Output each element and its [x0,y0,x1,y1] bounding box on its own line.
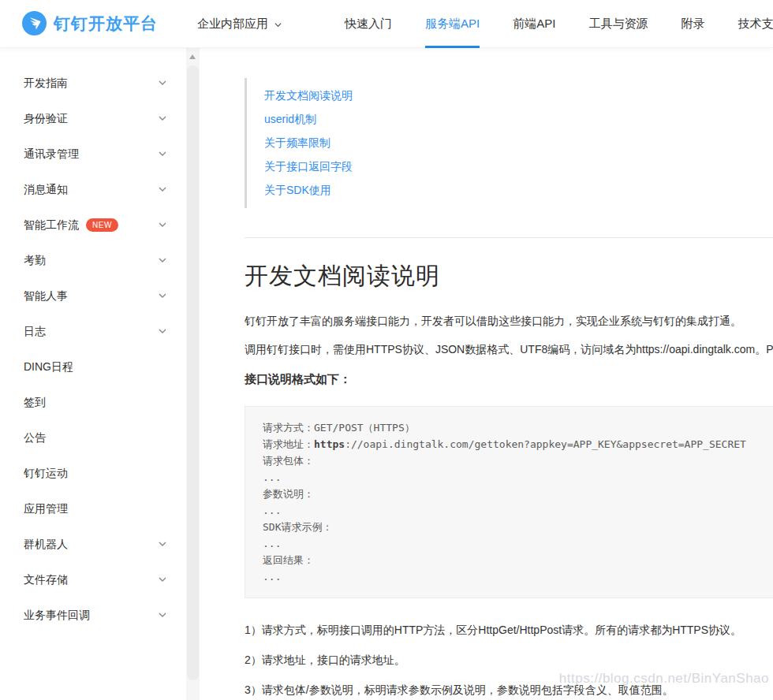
sidebar-item-label: 日志 [24,325,46,339]
toc-link-4[interactable]: 关于SDK使用 [264,178,773,202]
app-selector-label: 企业内部应用 [197,17,268,32]
sidebar-item-15[interactable]: 业务事件回调 [0,598,186,633]
sidebar-item-label: 文件存储 [24,573,68,587]
sidebar-item-label: 智能人事 [24,289,68,303]
main-nav: 快速入门服务端API前端API工具与资源附录技术支持 [345,0,773,48]
chevron-down-icon [158,220,167,229]
app-type-selector[interactable]: 企业内部应用 [197,0,282,47]
chevron-down-icon [158,575,167,584]
chevron-down-icon [158,184,167,194]
sidebar-item-label: DING日程 [24,360,73,374]
sidebar-item-7[interactable]: 日志 [0,314,186,349]
nav-tab-2[interactable]: 前端API [513,0,555,48]
nav-tab-4[interactable]: 附录 [681,0,704,48]
doc-toc: 开发文档阅读说明userid机制关于频率限制关于接口返回字段关于SDK使用 [245,78,773,208]
sidebar-item-9[interactable]: 签到 [0,385,186,420]
sidebar-item-4[interactable]: 智能工作流NEW [0,207,186,243]
chevron-down-icon [158,539,167,549]
sidebar-item-label: 身份验证 [24,112,68,126]
scrollbar-thumb[interactable] [187,65,199,680]
code-line-8: 返回结果： [263,552,773,568]
new-badge: NEW [86,218,118,232]
code-line-3: ... [263,469,773,486]
page-title: 开发文档阅读说明 [245,260,773,292]
expand-chevron [158,147,167,162]
code-line-4: 参数说明： [263,486,773,502]
sidebar-item-label: 钉钉运动 [24,467,68,481]
expand-chevron [158,325,167,339]
list-item-1: 1）请求方式，标明接口调用的HTTP方法，区分HttpGet/HttpPost请… [245,622,773,638]
sidebar-item-5[interactable]: 考勤 [0,243,186,278]
nav-tab-1[interactable]: 服务端API [425,0,480,48]
nav-tab-5[interactable]: 技术支持 [738,0,773,48]
toc-link-1[interactable]: userid机制 [264,107,773,131]
expand-chevron [158,609,167,623]
paragraph-format-label: 接口说明格式如下： [245,372,773,387]
sidebar-item-12[interactable]: 应用管理 [0,491,186,527]
dingtalk-logo-icon [22,11,47,35]
nav-tab-3[interactable]: 工具与资源 [588,0,648,48]
sidebar-item-8[interactable]: DING日程 [0,349,186,385]
explanation-list: 1）请求方式，标明接口调用的HTTP方法，区分HttpGet/HttpPost请… [245,622,773,700]
sidebar-item-label: 公告 [24,431,46,445]
paragraph-intro: 钉钉开放了丰富的服务端接口能力，开发者可以借助这些接口能力，实现企业系统与钉钉的… [245,313,773,329]
code-line-9: ... [263,568,773,585]
section-divider [245,237,773,238]
toc-link-3[interactable]: 关于接口返回字段 [264,155,773,178]
chevron-down-icon [158,114,167,123]
expand-chevron [158,573,167,587]
chevron-down-icon [158,255,167,265]
expand-chevron [158,218,167,233]
expand-chevron [158,289,167,303]
code-line-5: ... [263,502,773,519]
sidebar-item-label: 应用管理 [24,502,68,516]
sidebar-item-label: 考勤 [24,254,46,268]
code-line-6: SDK请求示例： [263,519,773,535]
code-line-2: 请求包体： [263,452,773,469]
sidebar-scrollbar[interactable] [186,48,200,700]
sidebar-item-10[interactable]: 公告 [0,420,186,456]
sidebar-item-0[interactable]: 开发指南 [0,65,186,101]
code-line-7: ... [263,535,773,552]
scrollbar-up-arrow-icon[interactable] [189,54,196,59]
dingtalk-logo[interactable]: 钉钉开放平台 [22,11,158,35]
toc-link-0[interactable]: 开发文档阅读说明 [264,84,773,107]
chevron-down-icon [158,291,167,300]
logo-title: 钉钉开放平台 [54,13,158,35]
sidebar-item-label: 开发指南 [24,76,68,91]
sidebar-item-1[interactable]: 身份验证 [0,101,186,136]
sidebar-item-2[interactable]: 通讯录管理 [0,136,186,172]
sidebar-item-13[interactable]: 群机器人 [0,527,186,562]
top-header: 钉钉开放平台 企业内部应用 快速入门服务端API前端API工具与资源附录技术支持 [0,0,773,48]
code-line-1: 请求地址：https://oapi.dingtalk.com/gettoken?… [263,436,773,452]
paragraph-protocol: 调用钉钉接口时，需使用HTTPS协议、JSON数据格式、UTF8编码，访问域名为… [245,341,773,357]
list-item-2: 2）请求地址，接口的请求地址。 [245,652,773,668]
sidebar-item-label: 智能工作流 [24,218,79,233]
toc-link-2[interactable]: 关于频率限制 [264,131,773,155]
expand-chevron [158,183,167,197]
sidebar-item-label: 群机器人 [24,538,68,552]
sidebar-item-label: 通讯录管理 [24,147,79,162]
chevron-down-icon [158,149,167,158]
content-area: 开发文档阅读说明userid机制关于频率限制关于接口返回字段关于SDK使用 开发… [200,48,773,700]
sidebar-item-3[interactable]: 消息通知 [0,172,186,207]
api-format-codeblock: 请求方式：GET/POST（HTTPS）请求地址：https://oapi.di… [245,406,773,598]
sidebar-item-label: 签到 [24,396,46,410]
nav-tab-0[interactable]: 快速入门 [345,0,392,48]
chevron-down-icon [158,326,167,336]
list-item-3: 3）请求包体/参数说明，标明请求参数示例及说明，参数说明包括字段含义、取值范围。 [245,682,773,698]
sidebar-item-label: 业务事件回调 [24,609,90,623]
expand-chevron [158,112,167,126]
chevron-down-icon [274,20,282,29]
sidebar-item-label: 消息通知 [24,183,68,197]
chevron-down-icon [158,78,167,88]
sidebar-item-6[interactable]: 智能人事 [0,278,186,314]
chevron-down-icon [158,610,167,620]
sidebar-menu: 开发指南身份验证通讯录管理消息通知智能工作流NEW考勤智能人事日志DING日程签… [0,48,186,700]
expand-chevron [158,254,167,268]
expand-chevron [158,76,167,91]
expand-chevron [158,538,167,552]
sidebar-item-14[interactable]: 文件存储 [0,562,186,598]
code-line-0: 请求方式：GET/POST（HTTPS） [263,419,773,436]
sidebar-item-11[interactable]: 钉钉运动 [0,456,186,491]
